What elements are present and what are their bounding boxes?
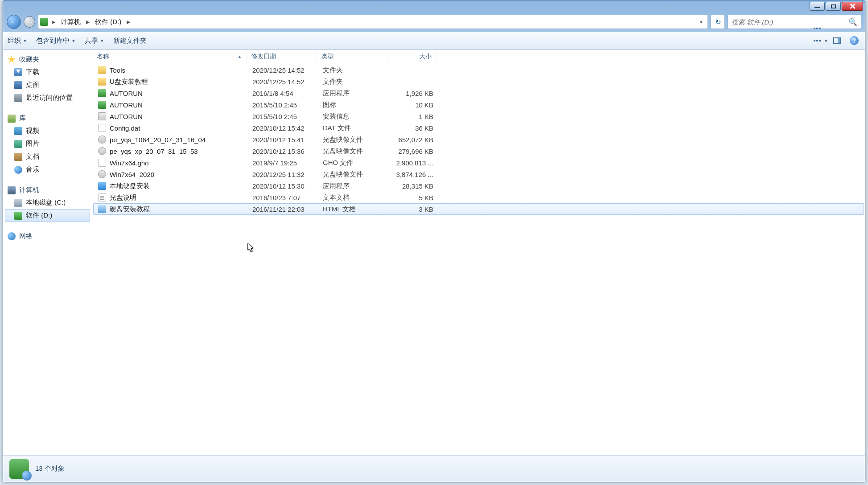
breadcrumb-root[interactable]: 计算机 (59, 17, 82, 27)
libraries-label: 库 (19, 114, 26, 123)
file-size: 279,696 KB (389, 148, 438, 155)
chevron-right-icon[interactable]: ▶ (51, 19, 56, 25)
col-type-label: 类型 (321, 53, 334, 61)
sidebar-videos[interactable]: 视频 (5, 124, 90, 137)
file-row[interactable]: pe_yqs_1064_20_07_31_16_042020/10/12 15:… (93, 134, 864, 145)
refresh-button[interactable]: ↻ (711, 15, 725, 29)
col-size-label: 大小 (419, 53, 432, 61)
file-name: 光盘说明 (110, 193, 136, 202)
organize-menu[interactable]: 组织▼ (8, 37, 27, 45)
sidebar-desktop[interactable]: 桌面 (5, 78, 90, 91)
chevron-right-icon[interactable]: ▶ (85, 19, 91, 25)
close-button[interactable] (842, 2, 863, 11)
sidebar-documents[interactable]: 文档 (5, 150, 90, 163)
search-icon[interactable]: 🔍 (848, 18, 857, 26)
column-type[interactable]: 类型 (317, 50, 387, 63)
file-date: 2016/1/8 4:54 (248, 90, 318, 97)
file-row[interactable]: AUTORUN2015/5/10 2:45图标10 KB (93, 99, 864, 111)
maximize-button[interactable] (826, 2, 841, 11)
file-name: U盘安装教程 (110, 78, 148, 86)
sidebar-network[interactable]: 网络 (5, 230, 90, 242)
minimize-button[interactable] (810, 2, 825, 11)
file-icon (98, 66, 106, 74)
file-row[interactable]: AUTORUN2015/5/10 2:45安装信息1 KB (93, 111, 864, 122)
sidebar-recent[interactable]: 最近访问的位置 (5, 91, 90, 104)
file-size: 5 KB (389, 194, 438, 201)
desktop-icon (14, 81, 22, 89)
picture-icon (14, 140, 22, 148)
file-name: Config.dat (110, 124, 140, 132)
drive-icon (40, 18, 48, 26)
column-size[interactable]: 大小 (387, 50, 436, 63)
file-name: Win7x64.gho (110, 159, 149, 167)
address-bar[interactable]: ▶ 计算机 ▶ 软件 (D:) ▶ ▾ (38, 15, 708, 29)
file-row[interactable]: 硬盘安装教程2016/11/21 22:03HTML 文档3 KB (93, 203, 864, 215)
column-headers: 名称▲ 修改日期 类型 大小 (92, 50, 865, 63)
file-date: 2019/9/7 19:25 (248, 159, 318, 167)
preview-pane-icon (833, 37, 841, 44)
sidebar-computer[interactable]: 计算机 (5, 184, 90, 196)
chevron-down-icon: ▼ (23, 38, 27, 43)
file-type: 光盘映像文件 (318, 147, 389, 156)
file-date: 2016/11/21 22:03 (248, 206, 318, 213)
videos-label: 视频 (26, 127, 39, 135)
file-type: 光盘映像文件 (318, 170, 389, 179)
include-label: 包含到库中 (36, 37, 70, 45)
file-row[interactable]: Config.dat2020/10/12 15:42DAT 文件36 KB (93, 122, 864, 134)
file-size: 28,315 KB (389, 182, 438, 190)
file-row[interactable]: 本地硬盘安装2020/10/12 15:30应用程序28,315 KB (93, 180, 864, 192)
col-name-label: 名称 (97, 53, 109, 61)
sidebar-pictures[interactable]: 图片 (5, 137, 90, 150)
preview-pane-button[interactable] (831, 35, 843, 46)
sidebar-downloads[interactable]: 下载 (5, 66, 90, 78)
include-in-library-menu[interactable]: 包含到库中▼ (36, 37, 76, 45)
file-row[interactable]: pe_yqs_xp_20_07_31_15_532020/10/12 15:36… (93, 145, 864, 157)
network-icon (8, 232, 16, 240)
sidebar-favorites[interactable]: 收藏夹 (5, 53, 90, 66)
file-size: 1,926 KB (389, 90, 438, 97)
file-type: DAT 文件 (318, 124, 389, 132)
file-icon (98, 205, 106, 213)
address-dropdown[interactable]: ▾ (696, 19, 706, 25)
file-row[interactable]: AUTORUN2016/1/8 4:54应用程序1,926 KB (93, 87, 864, 99)
file-row[interactable]: 光盘说明2016/10/23 7:07文本文档5 KB (93, 192, 864, 203)
chevron-down-icon: ▼ (100, 38, 104, 43)
computer-label: 计算机 (19, 186, 39, 194)
file-name: AUTORUN (110, 101, 143, 109)
file-name: 本地硬盘安装 (110, 182, 150, 190)
file-icon (98, 112, 106, 120)
forward-button[interactable]: → (24, 16, 35, 28)
recent-label: 最近访问的位置 (26, 94, 73, 102)
file-row[interactable]: Win7x64_20202020/12/25 11:32光盘映像文件3,874,… (93, 169, 864, 180)
breadcrumb-path[interactable]: 软件 (D:) (93, 17, 123, 27)
column-date[interactable]: 修改日期 (247, 50, 317, 63)
newfolder-label: 新建文件夹 (113, 37, 147, 45)
sidebar-disk-d[interactable]: 软件 (D:) (5, 209, 90, 222)
computer-icon (8, 186, 16, 194)
sidebar-music[interactable]: 音乐 (5, 163, 90, 176)
music-label: 音乐 (26, 165, 39, 174)
chevron-down-icon: ▼ (824, 38, 828, 43)
file-list: 名称▲ 修改日期 类型 大小 Tools2020/12/25 14:52文件夹U… (92, 50, 865, 455)
file-row[interactable]: Tools2020/12/25 14:52文件夹 (93, 64, 864, 76)
search-box[interactable]: 🔍 (728, 15, 861, 29)
share-menu[interactable]: 共享▼ (85, 37, 104, 45)
column-name[interactable]: 名称▲ (92, 50, 247, 63)
help-button[interactable]: ? (848, 35, 860, 46)
file-date: 2020/10/12 15:42 (248, 124, 318, 132)
sidebar-disk-c[interactable]: 本地磁盘 (C:) (5, 196, 90, 209)
body: 收藏夹 下载 桌面 最近访问的位置 库 视频 图片 文档 音乐 计算机 本地磁盘… (3, 49, 865, 455)
new-folder-button[interactable]: 新建文件夹 (113, 37, 147, 45)
file-size: 1 KB (389, 113, 438, 120)
back-button[interactable]: ← (7, 15, 21, 29)
star-icon (8, 56, 16, 64)
arrow-right-icon: → (25, 17, 33, 27)
chevron-right-icon[interactable]: ▶ (126, 19, 131, 25)
file-row[interactable]: Win7x64.gho2019/9/7 19:25GHO 文件2,900,813… (93, 157, 864, 169)
file-row[interactable]: U盘安装教程2020/12/25 14:52文件夹 (93, 76, 864, 87)
search-input[interactable] (732, 18, 848, 26)
file-name: Win7x64_2020 (110, 171, 154, 178)
file-icon (98, 170, 106, 178)
sidebar-libraries[interactable]: 库 (5, 112, 90, 124)
view-mode-button[interactable]: ▼ (814, 35, 827, 46)
